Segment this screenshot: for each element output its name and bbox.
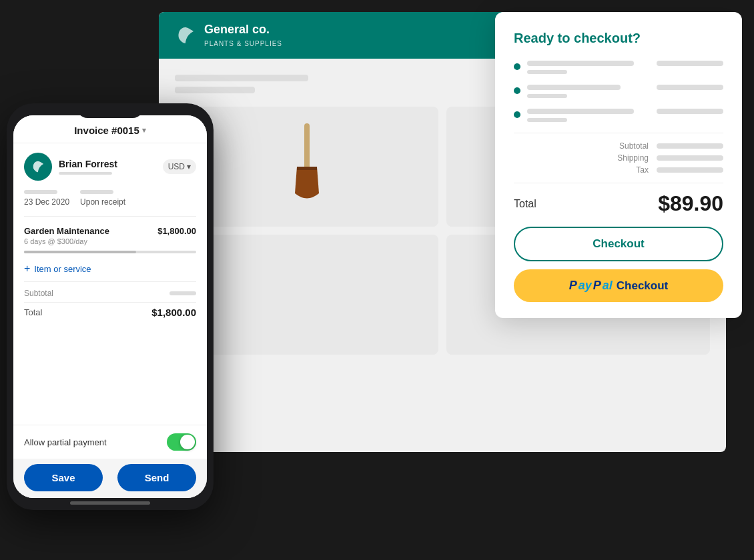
checkout-item-1 — [514, 61, 723, 74]
client-info: Brian Forrest — [59, 159, 156, 175]
plus-icon: + — [24, 263, 30, 275]
subtotal-lbl: Subtotal — [24, 289, 53, 298]
item-lines-1 — [527, 61, 723, 74]
subtotal-rows: Subtotal Shipping Tax — [514, 141, 723, 175]
invoice-title: Invoice #0015 ▾ — [74, 125, 146, 136]
checkout-button[interactable]: Checkout — [514, 227, 723, 261]
avatar-leaf-icon — [31, 159, 45, 174]
checkout-items-list — [514, 61, 723, 122]
phone-notch — [77, 103, 143, 118]
line-item-desc: 6 days @ $300/day — [24, 237, 109, 245]
due-cell: Upon receipt — [80, 190, 125, 207]
add-item-button[interactable]: + Item or service — [24, 263, 91, 275]
shipping-row: Shipping — [617, 153, 723, 163]
client-bar — [59, 172, 112, 175]
paypal-logo-icon: PayPal — [569, 279, 613, 293]
currency-chevron-icon: ▾ — [187, 162, 191, 171]
invoice-header: Invoice #0015 ▾ — [13, 115, 207, 143]
invoice-body: Brian Forrest USD ▾ 23 Dec 2020 — [13, 143, 207, 425]
product-card-3[interactable] — [175, 235, 438, 355]
partial-payment-section: Allow partial payment — [13, 425, 207, 459]
line-item-section: Garden Maintenance 6 days @ $300/day $1,… — [24, 226, 196, 253]
item-lines-3 — [527, 109, 723, 122]
total-row: Total $89.90 — [514, 183, 723, 216]
send-button[interactable]: Send — [117, 464, 196, 491]
invoice-number: Invoice #0015 — [74, 125, 139, 136]
due-value: Upon receipt — [80, 197, 125, 207]
date-value: 23 Dec 2020 — [24, 197, 69, 207]
checkout-totals: Subtotal Shipping Tax Total $89.90 — [514, 133, 723, 216]
company-logo-icon — [175, 25, 196, 46]
phone-home-bar — [70, 501, 150, 505]
sub-row: Subtotal — [24, 289, 196, 298]
total-amount: $89.90 — [658, 191, 723, 216]
subtotal-row: Subtotal — [619, 141, 723, 151]
line-item-name: Garden Maintenance — [24, 226, 109, 236]
tax-label: Tax — [636, 165, 649, 175]
currency-value: USD — [168, 162, 185, 171]
item-dot-3 — [514, 111, 520, 118]
partial-payment-toggle[interactable] — [167, 433, 196, 451]
checkout-item-3 — [514, 109, 723, 122]
phone-shell: Invoice #0015 ▾ Brian Forrest — [7, 103, 214, 510]
mobile-total-label: Total — [24, 307, 42, 317]
svg-rect-0 — [304, 123, 310, 170]
subtotal-label: Subtotal — [619, 141, 649, 151]
phone-screen: Invoice #0015 ▾ Brian Forrest — [13, 115, 207, 498]
company-info: General co. PLANTS & SUPPLIES — [204, 23, 282, 49]
title-placeholder — [175, 75, 308, 81]
company-subtitle: PLANTS & SUPPLIES — [204, 40, 282, 47]
chevron-down-icon: ▾ — [142, 126, 146, 135]
shipping-label: Shipping — [617, 153, 649, 163]
item-row: Garden Maintenance 6 days @ $300/day $1,… — [24, 226, 196, 245]
item-progress-bar — [24, 251, 196, 253]
date-row: 23 Dec 2020 Upon receipt — [24, 190, 196, 217]
subtitle-placeholder — [175, 87, 255, 93]
company-name: General co. — [204, 23, 282, 37]
save-button[interactable]: Save — [24, 464, 103, 491]
paypal-checkout-label: Checkout — [617, 279, 668, 293]
paypal-checkout-button[interactable]: PayPal Checkout — [514, 269, 723, 302]
checkout-item-2 — [514, 85, 723, 98]
total-label: Total — [514, 198, 536, 210]
product-card-shovel[interactable] — [175, 107, 438, 227]
line-item-price: $1,800.00 — [157, 226, 196, 236]
item-lines-2 — [527, 85, 723, 98]
item-dot-1 — [514, 63, 520, 70]
add-item-label: Item or service — [34, 264, 91, 274]
client-row: Brian Forrest USD ▾ — [24, 153, 196, 181]
toggle-knob — [180, 435, 195, 449]
mobile-total-section: Total $1,800.00 — [24, 302, 196, 318]
subtotal-section: Subtotal — [24, 281, 196, 298]
partial-payment-label: Allow partial payment — [24, 437, 107, 447]
mobile-total-value: $1,800.00 — [151, 307, 196, 318]
tax-row: Tax — [636, 165, 723, 175]
client-avatar — [24, 153, 52, 181]
checkout-modal: Ready to checkout? — [495, 12, 742, 318]
modal-title: Ready to checkout? — [514, 31, 723, 46]
client-name: Brian Forrest — [59, 159, 156, 169]
phone-actions: Save Send — [13, 459, 207, 498]
mobile-phone: Invoice #0015 ▾ Brian Forrest — [7, 103, 214, 510]
shovel-icon — [280, 120, 334, 213]
item-dot-2 — [514, 87, 520, 94]
currency-selector[interactable]: USD ▾ — [163, 159, 196, 174]
date-cell: 23 Dec 2020 — [24, 190, 69, 207]
